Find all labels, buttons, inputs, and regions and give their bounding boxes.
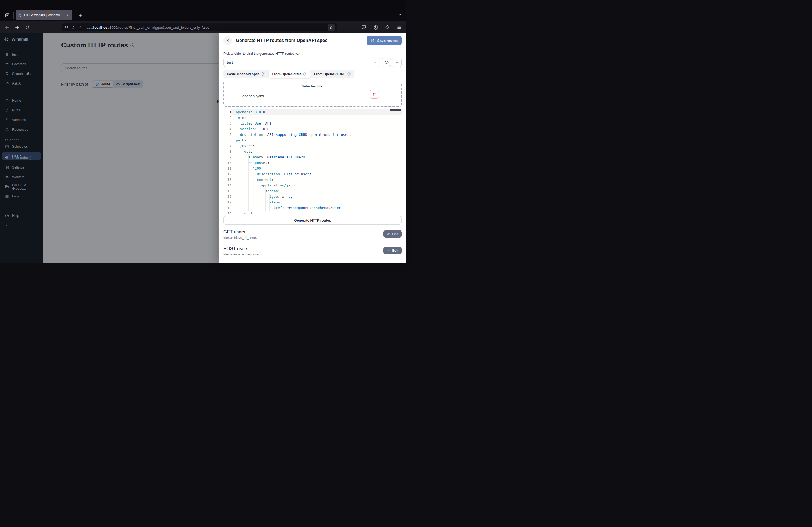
route-name: GET users — [223, 229, 257, 235]
tab-overview-icon[interactable] — [3, 11, 11, 19]
sidebar-item-help[interactable]: Help — [2, 212, 41, 220]
new-tab-button[interactable] — [77, 12, 84, 19]
openapi-drawer: ✕ Generate HTTP routes from OpenAPI spec… — [219, 33, 406, 264]
source-tabs: Paste OpenAPI speci From OpenAPI filei F… — [223, 70, 354, 78]
pocket-icon[interactable] — [360, 23, 368, 31]
route-path: f/test/retrieve_all_users — [223, 236, 257, 240]
code-line: version: 1.0.0 — [236, 126, 402, 132]
sidebar-collapse-button[interactable] — [2, 221, 41, 229]
line-number: 16 — [223, 194, 231, 199]
preview-folder-button[interactable] — [382, 58, 391, 67]
sidebar-item-label: test — [12, 52, 17, 56]
sidebar-item-workspace[interactable]: test — [2, 50, 41, 59]
info-icon[interactable]: i — [347, 72, 351, 76]
sidebar-item-label: Folders & Groups... — [12, 183, 38, 191]
back-icon[interactable] — [3, 23, 11, 31]
remove-file-button[interactable] — [370, 90, 379, 99]
sidebar: Windmill test Favorites Search ⌘k Ask AI — [0, 33, 43, 264]
line-number: 7 — [223, 143, 231, 149]
line-number: 9 — [223, 154, 231, 160]
sidebar-item-user[interactable]: User (admin) — [2, 154, 41, 162]
line-number: 18 — [223, 205, 231, 211]
tab-from-openapi-url[interactable]: From OpenAPI URLi — [311, 70, 355, 78]
generated-route-row: POST users f/test/create_a_new_user Edit — [223, 246, 402, 256]
sidebar-item-label: Resources — [12, 128, 28, 132]
gear-icon — [5, 165, 9, 169]
sidebar-item-workers[interactable]: Workers — [2, 173, 41, 181]
sidebar-item-label: Variables — [12, 118, 26, 122]
bookmark-star-icon[interactable] — [328, 24, 335, 31]
tab-from-openapi-file[interactable]: From OpenAPI filei — [269, 70, 311, 78]
menu-hamburger-icon[interactable] — [395, 23, 403, 31]
url-bar[interactable]: http://localhost:3000/routes?filter_path… — [62, 23, 337, 31]
sidebar-item-logs[interactable]: Logs — [2, 192, 41, 200]
sidebar-item-resources[interactable]: Resources — [2, 125, 41, 134]
folder-select[interactable]: test — [223, 58, 380, 67]
folder-select-value: test — [227, 60, 233, 64]
tab-title: HTTP triggers | Windmill — [24, 13, 65, 17]
code-line: '200': — [236, 166, 402, 171]
search-icon — [5, 72, 9, 76]
forward-icon[interactable] — [13, 23, 21, 31]
windmill-logo-icon — [4, 36, 9, 42]
extensions-puzzle-icon[interactable] — [383, 23, 392, 31]
sidebar-item-settings[interactable]: Settings — [2, 163, 41, 171]
browser-toolbar: http://localhost:3000/routes?filter_path… — [0, 21, 406, 33]
edit-route-button[interactable]: Edit — [383, 230, 402, 238]
sidebar-item-label: Ask AI — [12, 81, 21, 85]
sidebar-item-variables[interactable]: Variables — [2, 116, 41, 124]
tab-close-icon[interactable]: ✕ — [65, 13, 70, 18]
url-text[interactable]: http://localhost:3000/routes?filter_path… — [85, 26, 328, 30]
reload-icon[interactable] — [23, 23, 31, 31]
triggers-section-label: TRIGGERS — [2, 138, 41, 141]
code-line: openapi: 3.0.0 — [236, 109, 402, 115]
info-icon[interactable]: i — [303, 72, 307, 76]
permissions-icon[interactable] — [77, 25, 82, 30]
pencil-icon — [387, 232, 390, 236]
generate-routes-button[interactable]: Generate HTTP routes — [223, 216, 402, 225]
pencil-icon — [387, 249, 390, 253]
code-line: get: — [236, 149, 402, 154]
code-line: /users: — [236, 143, 402, 149]
code-line: type: array — [236, 194, 402, 199]
trash-icon — [372, 92, 376, 96]
line-number: 1 — [223, 109, 231, 115]
sidebar-item-label: Settings — [12, 166, 24, 169]
line-number: 4 — [223, 126, 231, 132]
add-folder-button[interactable] — [393, 58, 402, 67]
sidebar-item-home[interactable]: Home — [2, 96, 41, 105]
tab-paste-openapi-spec[interactable]: Paste OpenAPI speci — [223, 70, 269, 78]
sidebar-item-folders-groups[interactable]: Folders & Groups... — [2, 183, 41, 191]
brand-name: Windmill — [12, 37, 28, 41]
code-line: post: — [236, 211, 402, 214]
sidebar-item-search[interactable]: Search ⌘k — [2, 70, 41, 78]
sidebar-item-label: Logs — [12, 195, 19, 198]
selected-file-box: Selected file: openapi.yaml — [223, 81, 402, 107]
chevron-down-icon — [373, 60, 377, 64]
page-info-icon[interactable] — [71, 26, 75, 29]
route-path: f/test/create_a_new_user — [223, 253, 260, 256]
sidebar-item-ask-ai[interactable]: Ask AI — [2, 79, 41, 88]
editor-scrollbar[interactable] — [390, 109, 401, 110]
list-all-tabs-icon[interactable] — [397, 12, 402, 17]
sidebar-item-favorites[interactable]: Favorites — [2, 60, 41, 68]
save-routes-button[interactable]: Save routes — [367, 36, 402, 45]
sidebar-item-schedules[interactable]: Schedules — [2, 142, 41, 151]
sidebar-item-runs[interactable]: Runs — [2, 106, 41, 114]
line-number: 8 — [223, 149, 231, 154]
code-editor[interactable]: 12345678910111213141516171819 openapi: 3… — [223, 109, 402, 214]
info-icon[interactable]: i — [262, 72, 265, 76]
workspace-brand[interactable]: Windmill — [0, 33, 43, 45]
route-name: POST users — [223, 246, 260, 252]
account-icon[interactable] — [372, 23, 380, 31]
building-icon — [5, 52, 9, 57]
home-icon — [5, 99, 9, 103]
help-icon — [5, 214, 9, 218]
edit-route-button[interactable]: Edit — [383, 247, 402, 254]
line-number: 2 — [223, 115, 231, 120]
browser-tab[interactable]: HTTP triggers | Windmill ✕ — [16, 10, 73, 20]
line-number: 14 — [223, 182, 231, 188]
shield-icon[interactable] — [64, 26, 69, 30]
sidebar-item-label: Help — [12, 214, 19, 217]
close-icon[interactable]: ✕ — [223, 36, 232, 45]
